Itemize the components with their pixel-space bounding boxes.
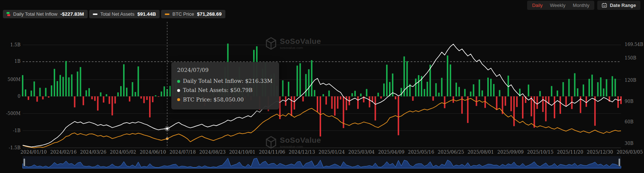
x-axis-labels: 2024/01/102024/02/162024/03/262024/05/02… <box>20 149 643 155</box>
watermark-brand: SoSoValue <box>280 136 321 144</box>
watermark-domain: sosovalue.com <box>280 46 321 50</box>
y-axis-left-tick: 500M <box>0 77 20 82</box>
legend-item-btc-price[interactable]: BTC Price $71,268.69 <box>161 10 225 18</box>
y-axis-right-tick: 30B <box>625 141 633 146</box>
y-axis-left-tick: -500M <box>0 111 20 116</box>
watermark-brand: SoSoValue <box>280 37 321 45</box>
y-axis-left-tick: 1.5B <box>0 42 20 47</box>
tooltip-row: Total Net Assets: $50.79B <box>177 86 273 95</box>
tooltip-row-text: BTC Price: $58,050.00 <box>183 95 244 104</box>
white-line-icon <box>93 14 98 15</box>
legend-label: Daily Total Net Inflow <box>13 11 57 17</box>
x-axis-tick: 2025/12/30 <box>587 149 613 155</box>
inflow-bars-icon <box>7 12 10 16</box>
y-axis-right-tick: 90B <box>625 99 633 104</box>
y-axis-left-tick: 1B <box>0 59 20 64</box>
y-axis-right-tick: 169.54B <box>625 42 643 47</box>
x-axis-tick: 2025/01/24 <box>319 149 345 155</box>
interval-tab-group: Daily Weekly Monthly <box>527 1 595 10</box>
legend-label: Total Net Assets <box>100 11 134 17</box>
x-axis-tick: 2026/03/05 <box>617 149 643 155</box>
date-range-label: Date Range <box>610 3 636 8</box>
series-dot-icon <box>177 89 180 92</box>
x-axis-tick: 2025/09/09 <box>498 149 524 155</box>
watermark-bottom: SoSoValue sosovalue.com <box>265 136 321 149</box>
y-axis-left-tick: -1.5B <box>0 145 20 150</box>
x-axis-tick: 2024/06/10 <box>140 149 166 155</box>
x-axis-tick: 2024/07/18 <box>169 149 196 155</box>
tooltip-row-text: Daily Total Net Inflow: $216.33M <box>183 77 273 86</box>
y-axis-left-tick: -1B <box>0 128 20 133</box>
legend-value: $91.44B <box>137 11 156 17</box>
x-axis-tick: 2025/10/15 <box>527 149 553 155</box>
x-axis-tick: 2025/06/25 <box>438 149 464 155</box>
series-dot-icon <box>177 98 180 101</box>
x-axis-tick: 2025/11/20 <box>557 149 583 155</box>
x-axis-tick: 2025/05/16 <box>408 149 434 155</box>
y-axis-left-tick: 0 <box>0 94 20 99</box>
y-axis-right-tick: 150B <box>625 55 636 61</box>
sosovalue-logo-icon <box>265 136 277 149</box>
series-dot-icon <box>177 80 180 83</box>
x-axis-tick: 2025/08/01 <box>468 149 494 155</box>
x-axis-tick: 2025/04/09 <box>378 149 404 155</box>
tooltip-row-text: Total Net Assets: $50.79B <box>183 86 253 95</box>
main-chart-canvas[interactable] <box>0 0 644 173</box>
watermark-center: SoSoValue sosovalue.com <box>265 37 321 50</box>
x-axis-tick: 2024/02/16 <box>50 149 77 155</box>
navigator-left-handle[interactable] <box>23 158 25 166</box>
chart-tooltip: 2024/07/09 Daily Total Net Inflow: $216.… <box>171 62 279 109</box>
tab-weekly[interactable]: Weekly <box>546 1 569 9</box>
legend-value: $71,268.69 <box>197 11 222 17</box>
x-axis-tick: 2024/12/13 <box>289 149 315 155</box>
x-axis-tick: 2025/03/04 <box>348 149 375 155</box>
y-axis-right-tick: 60B <box>625 119 633 124</box>
x-axis-tick: 2024/08/23 <box>199 149 226 155</box>
tab-monthly[interactable]: Monthly <box>569 1 593 9</box>
navigator-right-handle[interactable] <box>618 158 620 166</box>
legend-item-daily-net-inflow[interactable]: Daily Total Net Inflow -$227.83M <box>3 10 88 18</box>
sosovalue-logo-icon <box>265 37 277 50</box>
x-axis-tick: 2024/10/01 <box>229 149 255 155</box>
orange-line-icon <box>165 14 169 15</box>
btc-etf-dashboard: Daily Weekly Monthly 12 Date Range Daily… <box>0 0 644 173</box>
date-range-button[interactable]: 12 Date Range <box>597 1 640 10</box>
x-axis-tick: 2024/01/10 <box>20 149 47 155</box>
y-axis-right-tick: 120B <box>625 78 636 83</box>
tab-daily[interactable]: Daily <box>529 1 546 9</box>
legend-label: BTC Price <box>172 11 194 17</box>
x-axis-tick: 2024/03/26 <box>80 149 106 155</box>
tooltip-row: BTC Price: $58,050.00 <box>177 95 273 104</box>
svg-text:12: 12 <box>603 4 606 7</box>
tooltip-row: Daily Total Net Inflow: $216.33M <box>177 77 273 86</box>
x-axis-tick: 2024/05/02 <box>110 149 136 155</box>
chart-legend: Daily Total Net Inflow -$227.83M Total N… <box>3 10 225 18</box>
calendar-icon: 12 <box>602 3 607 8</box>
legend-value: -$227.83M <box>60 11 84 17</box>
legend-item-total-net-assets[interactable]: Total Net Assets $91.44B <box>89 10 160 18</box>
tooltip-date: 2024/07/09 <box>177 67 273 73</box>
watermark-domain: sosovalue.com <box>280 145 321 149</box>
x-axis-tick: 2024/11/06 <box>259 149 285 155</box>
chart-controls: Daily Weekly Monthly 12 Date Range <box>527 1 640 10</box>
